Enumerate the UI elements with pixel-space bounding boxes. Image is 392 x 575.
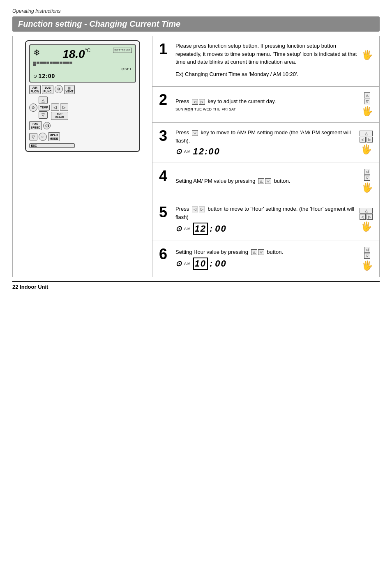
settings-btn[interactable]: ⚙	[55, 85, 63, 93]
left-btn-group: AIRFLOW SUBFUNC ⚙ |||VENT ⊙ △ TEMP ▽	[29, 85, 75, 148]
hour-flash-6: 10	[193, 258, 208, 270]
day-wed: WED	[203, 107, 212, 112]
right-key-5: ▷	[199, 207, 205, 212]
screen-top-right: SET TEMP	[113, 48, 132, 53]
clock-sym-5: ⊙	[175, 224, 182, 233]
section-title: Function setting - Changing Current Time	[12, 16, 380, 32]
right-key-5b: ▷	[367, 214, 373, 220]
step-6-right: ◁ ▽ 🖐	[362, 247, 373, 271]
up-down-col: △ TEMP ▽	[39, 97, 50, 118]
oper-mode-btn[interactable]: OPERMODE	[48, 132, 60, 141]
step-3-pre: Press	[175, 129, 189, 136]
clock-sym-6: ⊙	[175, 259, 182, 268]
step-1-row: Please press function setup button. If p…	[175, 42, 373, 69]
up-key-6: △	[251, 249, 257, 255]
snowflake-icon: ❄	[33, 48, 40, 58]
step-1-block: 1 Please press function setup button. If…	[152, 36, 379, 87]
left-key-3: ◁	[360, 137, 366, 143]
lr-row-6: ▽	[364, 253, 370, 259]
down-key-3: ▽	[192, 130, 198, 136]
step-5-illustration: ⊙ AM 12 : 00	[175, 223, 360, 235]
lr-col: ◁ ▷ SET/CLEAR	[51, 95, 68, 120]
day-fri: FRI	[222, 107, 228, 112]
hand-icon-6: 🖐	[362, 260, 373, 271]
temp-label: TEMP	[39, 105, 50, 110]
lr-keys-4: ◁ ▽	[364, 169, 370, 181]
step-5-block: 5 Press ◁ ▷ button to move to 'Hour' set…	[152, 199, 379, 241]
left-panel: ❄ 18.0 °C SET TEMP	[13, 36, 152, 277]
down-key-2: ▽	[364, 99, 370, 104]
min-5: 00	[215, 223, 226, 234]
am-label-3: AM	[184, 150, 191, 154]
right-key-btn[interactable]: ▷	[60, 104, 68, 111]
fan-speed-btn[interactable]: FANSPEED	[29, 121, 42, 130]
top-btn-row: AIRFLOW SUBFUNC ⚙ |||VENT	[29, 85, 75, 94]
step-6-row: Setting Hour value by pressing △ ▽ butto…	[175, 247, 373, 271]
hour-flash-5: 12	[193, 223, 208, 235]
step-5-keys: ◁ ▷	[192, 207, 205, 212]
step-1-content: Please press function setup button. If p…	[175, 42, 373, 80]
colon-6: :	[210, 258, 213, 269]
step-5-content: Press ◁ ▷ button to move to 'Hour' setti…	[175, 205, 373, 235]
esc-btn[interactable]: ESC	[29, 143, 75, 148]
nav-down-btn[interactable]: ▽	[29, 133, 37, 140]
up-key-5: △	[360, 208, 373, 214]
step-5-text-area: Press ◁ ▷ button to move to 'Hour' setti…	[175, 205, 360, 235]
step-2-keys: ◁ ▷	[192, 99, 205, 105]
step-3-illustration: ⊙ AM 12:00	[175, 146, 360, 157]
left-key-6: ◁	[364, 247, 370, 253]
left-key-btn[interactable]: ◁	[51, 104, 59, 111]
nav-circle-btn[interactable]: ○	[39, 133, 47, 141]
hand-icon-4: 🖐	[362, 182, 373, 193]
day-display: SUN MON TUE WED THU FRI SAT	[175, 107, 236, 112]
step-5-number: 5	[159, 205, 171, 220]
step-5-pre: Press	[175, 206, 189, 212]
step-6-block: 6 Setting Hour value by pressing △ ▽ but…	[152, 241, 379, 277]
step-1-number: 1	[159, 42, 171, 57]
step-6-keys: △ ▽	[251, 249, 264, 255]
step-3-content: Press ▽ key to move to AM/ PM setting mo…	[175, 129, 373, 157]
right-key-3: ▷	[367, 137, 373, 143]
clock-display-6: ⊙ AM 10 : 00	[175, 258, 227, 270]
remote-body: ❄ 18.0 °C SET TEMP	[25, 40, 140, 152]
timer-btn[interactable]: ⊙	[29, 104, 37, 112]
lr-row: ◁ ▷	[51, 104, 68, 111]
colon-5: :	[210, 223, 213, 234]
up-btn[interactable]: △	[39, 97, 48, 104]
step-6-post: button.	[267, 249, 283, 255]
lr-keys-6: ◁ ▽	[364, 247, 370, 259]
clock-display-5: ⊙ AM 12 : 00	[175, 223, 227, 235]
step-3-number: 3	[159, 129, 171, 143]
mid-btn-row: ⊙ △ TEMP ▽ ◁ ▷	[29, 95, 75, 120]
air-flow-btn[interactable]: AIRFLOW	[29, 85, 41, 94]
step-4-number: 4	[159, 169, 171, 184]
step-3-block: 3 Press ▽ key to move to AM/ PM setting …	[152, 123, 379, 163]
clock-digits-3: 12:00	[193, 146, 220, 157]
step-2-illustration: SUN MON TUE WED THU FRI SAT	[175, 107, 362, 112]
time-row: ⊙ 12:00	[33, 73, 132, 79]
day-mon: MON	[184, 107, 193, 112]
page-subtitle: Operating Instructions	[12, 8, 380, 14]
step-4-content: Setting AM/ PM value by pressing △ ▽ but…	[175, 169, 373, 193]
up-key-4: △	[258, 178, 264, 184]
sub-func-btn[interactable]: SUBFUNC	[42, 85, 53, 94]
vent-btn[interactable]: |||VENT	[64, 85, 75, 94]
esc-row: ESC	[29, 143, 75, 148]
hand-icon-2: 🖐	[362, 106, 373, 117]
down-btn[interactable]: ▽	[39, 111, 48, 119]
up-key-2: △	[364, 92, 370, 98]
hand-icon-1: 🖐	[362, 50, 373, 60]
step-2-right: △ ▽ 🖐	[362, 92, 373, 117]
day-tue: TUE	[194, 107, 202, 112]
right-key: ▷	[199, 99, 205, 105]
clock-icon: ⊙	[33, 74, 37, 79]
step-1-text: Please press function setup button. If p…	[175, 42, 358, 66]
set-clear-btn[interactable]: SET/CLEAR	[51, 112, 68, 120]
left-key: ◁	[192, 99, 198, 105]
step-2-number: 2	[159, 92, 171, 107]
power-btn[interactable]: ⏻	[43, 122, 51, 129]
step-4-pre: Setting AM/ PM value by pressing	[175, 178, 255, 184]
remote-illustration: ❄ 18.0 °C SET TEMP	[25, 40, 140, 152]
step-4-keys: △ ▽	[258, 178, 271, 184]
step-2-content: Press ◁ ▷ key to adjust the current day.…	[175, 92, 373, 117]
